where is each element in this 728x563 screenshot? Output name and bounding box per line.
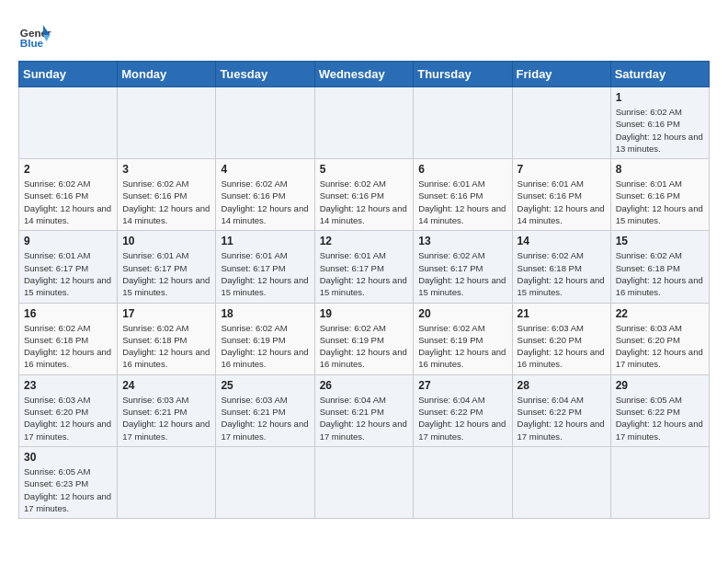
day-number: 2	[24, 163, 112, 176]
calendar-cell: 16Sunrise: 6:02 AM Sunset: 6:18 PM Dayli…	[19, 303, 118, 374]
day-info: Sunrise: 6:03 AM Sunset: 6:20 PM Dayligh…	[518, 322, 606, 371]
day-number: 7	[518, 163, 606, 176]
day-info: Sunrise: 6:03 AM Sunset: 6:21 PM Dayligh…	[122, 394, 210, 442]
logo: General Blue	[18, 18, 51, 52]
day-number: 9	[24, 235, 112, 247]
day-info: Sunrise: 6:01 AM Sunset: 6:17 PM Dayligh…	[320, 249, 409, 298]
calendar-cell: 30Sunrise: 6:05 AM Sunset: 6:23 PM Dayli…	[19, 446, 118, 518]
day-info: Sunrise: 6:02 AM Sunset: 6:16 PM Dayligh…	[24, 178, 112, 226]
calendar-cell: 20Sunrise: 6:02 AM Sunset: 6:19 PM Dayli…	[414, 303, 512, 374]
calendar-cell: 21Sunrise: 6:03 AM Sunset: 6:20 PM Dayli…	[512, 303, 610, 374]
day-info: Sunrise: 6:02 AM Sunset: 6:18 PM Dayligh…	[616, 249, 704, 298]
day-info: Sunrise: 6:04 AM Sunset: 6:22 PM Dayligh…	[518, 394, 606, 442]
day-number: 5	[320, 163, 409, 176]
calendar-cell: 13Sunrise: 6:02 AM Sunset: 6:17 PM Dayli…	[414, 231, 512, 303]
day-number: 16	[24, 307, 112, 320]
day-info: Sunrise: 6:01 AM Sunset: 6:17 PM Dayligh…	[24, 249, 112, 298]
day-number: 12	[320, 235, 409, 247]
calendar-cell	[118, 446, 216, 518]
day-info: Sunrise: 6:03 AM Sunset: 6:21 PM Dayligh…	[221, 394, 309, 442]
day-info: Sunrise: 6:02 AM Sunset: 6:16 PM Dayligh…	[221, 178, 309, 226]
column-header-thursday: Thursday	[414, 62, 512, 87]
day-info: Sunrise: 6:05 AM Sunset: 6:23 PM Dayligh…	[24, 465, 112, 514]
day-info: Sunrise: 6:03 AM Sunset: 6:20 PM Dayligh…	[24, 394, 112, 442]
day-number: 27	[418, 379, 506, 392]
calendar-cell: 24Sunrise: 6:03 AM Sunset: 6:21 PM Dayli…	[118, 374, 216, 446]
day-number: 14	[518, 235, 606, 247]
calendar-cell	[216, 87, 314, 159]
day-number: 15	[616, 235, 704, 247]
day-number: 26	[320, 379, 409, 392]
calendar-cell: 8Sunrise: 6:01 AM Sunset: 6:16 PM Daylig…	[610, 159, 709, 231]
calendar-cell: 1Sunrise: 6:02 AM Sunset: 6:16 PM Daylig…	[610, 87, 709, 159]
day-number: 24	[122, 379, 210, 392]
day-info: Sunrise: 6:01 AM Sunset: 6:16 PM Dayligh…	[616, 178, 704, 226]
day-number: 19	[320, 307, 409, 320]
calendar-cell: 22Sunrise: 6:03 AM Sunset: 6:20 PM Dayli…	[610, 303, 709, 374]
day-number: 13	[418, 235, 506, 247]
day-info: Sunrise: 6:02 AM Sunset: 6:19 PM Dayligh…	[221, 322, 309, 371]
calendar-cell	[414, 446, 512, 518]
day-info: Sunrise: 6:02 AM Sunset: 6:19 PM Dayligh…	[418, 322, 506, 371]
day-info: Sunrise: 6:01 AM Sunset: 6:17 PM Dayligh…	[221, 249, 309, 298]
calendar-cell	[314, 446, 414, 518]
calendar-cell: 5Sunrise: 6:02 AM Sunset: 6:16 PM Daylig…	[314, 159, 414, 231]
day-number: 28	[518, 379, 606, 392]
logo-icon: General Blue	[18, 18, 51, 52]
calendar-cell: 23Sunrise: 6:03 AM Sunset: 6:20 PM Dayli…	[19, 374, 118, 446]
page-header: General Blue	[18, 18, 710, 52]
calendar-cell	[512, 446, 610, 518]
calendar-cell	[216, 446, 314, 518]
calendar-header-row: SundayMondayTuesdayWednesdayThursdayFrid…	[19, 62, 710, 87]
calendar-cell: 14Sunrise: 6:02 AM Sunset: 6:18 PM Dayli…	[512, 231, 610, 303]
column-header-wednesday: Wednesday	[314, 62, 414, 87]
calendar-week-1: 1Sunrise: 6:02 AM Sunset: 6:16 PM Daylig…	[19, 87, 710, 159]
calendar-cell: 29Sunrise: 6:05 AM Sunset: 6:22 PM Dayli…	[610, 374, 709, 446]
calendar-cell	[512, 87, 610, 159]
calendar-cell: 26Sunrise: 6:04 AM Sunset: 6:21 PM Dayli…	[314, 374, 414, 446]
day-info: Sunrise: 6:04 AM Sunset: 6:22 PM Dayligh…	[418, 394, 506, 442]
calendar-table: SundayMondayTuesdayWednesdayThursdayFrid…	[18, 61, 710, 519]
day-number: 25	[221, 379, 309, 392]
calendar-cell: 27Sunrise: 6:04 AM Sunset: 6:22 PM Dayli…	[414, 374, 512, 446]
day-number: 23	[24, 379, 112, 392]
calendar-week-6: 30Sunrise: 6:05 AM Sunset: 6:23 PM Dayli…	[19, 446, 710, 518]
calendar-cell	[118, 87, 216, 159]
column-header-sunday: Sunday	[19, 62, 118, 87]
day-number: 29	[616, 379, 704, 392]
day-info: Sunrise: 6:02 AM Sunset: 6:16 PM Dayligh…	[320, 178, 409, 226]
column-header-friday: Friday	[512, 62, 610, 87]
day-info: Sunrise: 6:02 AM Sunset: 6:16 PM Dayligh…	[122, 178, 210, 226]
day-info: Sunrise: 6:01 AM Sunset: 6:17 PM Dayligh…	[122, 249, 210, 298]
day-info: Sunrise: 6:05 AM Sunset: 6:22 PM Dayligh…	[616, 394, 704, 442]
day-number: 18	[221, 307, 309, 320]
day-info: Sunrise: 6:02 AM Sunset: 6:18 PM Dayligh…	[518, 249, 606, 298]
calendar-cell: 18Sunrise: 6:02 AM Sunset: 6:19 PM Dayli…	[216, 303, 314, 374]
day-number: 17	[122, 307, 210, 320]
day-info: Sunrise: 6:02 AM Sunset: 6:16 PM Dayligh…	[616, 106, 704, 155]
day-number: 6	[418, 163, 506, 176]
calendar-cell: 6Sunrise: 6:01 AM Sunset: 6:16 PM Daylig…	[414, 159, 512, 231]
calendar-week-5: 23Sunrise: 6:03 AM Sunset: 6:20 PM Dayli…	[19, 374, 710, 446]
calendar-cell	[19, 87, 118, 159]
calendar-cell: 7Sunrise: 6:01 AM Sunset: 6:16 PM Daylig…	[512, 159, 610, 231]
calendar-week-3: 9Sunrise: 6:01 AM Sunset: 6:17 PM Daylig…	[19, 231, 710, 303]
day-info: Sunrise: 6:02 AM Sunset: 6:18 PM Dayligh…	[122, 322, 210, 371]
column-header-saturday: Saturday	[610, 62, 709, 87]
day-number: 1	[616, 91, 704, 104]
day-number: 8	[616, 163, 704, 176]
calendar-cell: 9Sunrise: 6:01 AM Sunset: 6:17 PM Daylig…	[19, 231, 118, 303]
calendar-week-4: 16Sunrise: 6:02 AM Sunset: 6:18 PM Dayli…	[19, 303, 710, 374]
calendar-cell	[610, 446, 709, 518]
calendar-cell: 19Sunrise: 6:02 AM Sunset: 6:19 PM Dayli…	[314, 303, 414, 374]
day-info: Sunrise: 6:03 AM Sunset: 6:20 PM Dayligh…	[616, 322, 704, 371]
day-number: 21	[518, 307, 606, 320]
calendar-week-2: 2Sunrise: 6:02 AM Sunset: 6:16 PM Daylig…	[19, 159, 710, 231]
day-info: Sunrise: 6:04 AM Sunset: 6:21 PM Dayligh…	[320, 394, 409, 442]
day-info: Sunrise: 6:01 AM Sunset: 6:16 PM Dayligh…	[418, 178, 506, 226]
day-info: Sunrise: 6:02 AM Sunset: 6:19 PM Dayligh…	[320, 322, 409, 371]
calendar-cell	[414, 87, 512, 159]
day-number: 20	[418, 307, 506, 320]
day-number: 3	[122, 163, 210, 176]
day-number: 22	[616, 307, 704, 320]
